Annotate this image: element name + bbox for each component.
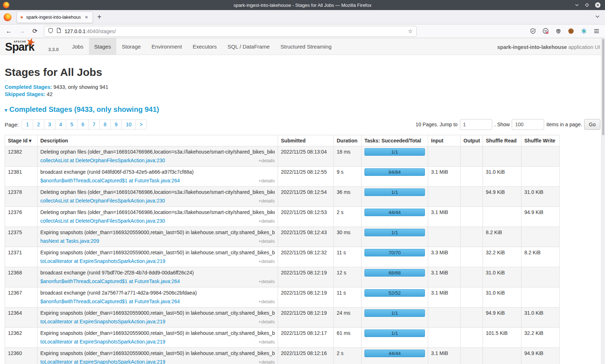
stage-callsite-link[interactable]: toLocalIterator at ExpireSnapshotsSparkA… xyxy=(40,338,165,345)
page-button-7[interactable]: 7 xyxy=(88,119,100,129)
nav-item-jobs[interactable]: Jobs xyxy=(67,38,89,55)
spark-navbar: APACHE Spark ★ 3.3.0 JobsStagesStorageEn… xyxy=(0,38,605,55)
firefox-icon[interactable] xyxy=(4,13,12,21)
duration-cell: 36 ms xyxy=(334,187,362,207)
details-toggle[interactable]: +details xyxy=(259,298,275,305)
ublock-shield-icon[interactable] xyxy=(556,28,561,34)
task-progress-bar: 84/84 xyxy=(364,168,425,176)
new-tab-button[interactable]: + xyxy=(93,13,106,21)
description-cell: Deleting orphan files (older_than=166910… xyxy=(37,187,278,207)
details-toggle[interactable]: +details xyxy=(259,278,275,285)
tab-close-icon[interactable]: ✕ xyxy=(83,14,90,21)
page-info-icon[interactable] xyxy=(57,28,61,35)
close-button[interactable] xyxy=(595,2,601,8)
stage-callsite-link[interactable]: toLocalIterator at ExpireSnapshotsSparkA… xyxy=(40,318,165,325)
page-scrollbar[interactable] xyxy=(601,38,605,364)
nav-item-stages[interactable]: Stages xyxy=(89,38,117,55)
page-button-8[interactable]: 8 xyxy=(99,119,111,129)
url-text[interactable]: 127.0.0.1:4040/stages/ xyxy=(64,28,405,34)
details-toggle[interactable]: +details xyxy=(259,318,275,326)
stages-table-body: 12382 Deleting orphan files (older_than=… xyxy=(5,146,560,364)
jump-to-page-input[interactable] xyxy=(460,119,492,130)
description-cell: Deleting orphan files (older_than=166910… xyxy=(37,146,278,167)
stage-callsite-link[interactable]: toLocalIterator at ExpireSnapshotsSparkA… xyxy=(40,258,165,265)
nav-item-structured-streaming[interactable]: Structured Streaming xyxy=(275,38,337,55)
stage-callsite-link[interactable]: $anonfun$withThreadLocalCaptured$1 at Fu… xyxy=(40,298,180,305)
back-button[interactable]: ← xyxy=(6,28,12,35)
page-button-5[interactable]: 5 xyxy=(66,119,77,129)
column-header-stage-id[interactable]: Stage Id ▾ xyxy=(5,135,37,146)
minimize-button[interactable] xyxy=(575,3,579,7)
bookmark-star-icon[interactable]: ☆ xyxy=(408,28,413,35)
nav-item-storage[interactable]: Storage xyxy=(116,38,146,55)
page-button-6[interactable]: 6 xyxy=(77,119,89,129)
output-cell xyxy=(461,207,483,227)
url-bar[interactable]: 127.0.0.1:4040/stages/ ☆ xyxy=(44,26,417,37)
page-button-2[interactable]: 2 xyxy=(33,119,44,129)
spark-logo[interactable]: APACHE Spark ★ xyxy=(5,38,48,55)
next-page-button[interactable]: > xyxy=(135,119,147,129)
stage-callsite-link[interactable]: toLocalIterator at ExpireSnapshotsSparkA… xyxy=(40,358,165,364)
description-cell: Expiring snapshots (older_than=166932055… xyxy=(37,227,278,247)
column-header-input[interactable]: Input xyxy=(428,135,461,146)
nav-item-environment[interactable]: Environment xyxy=(146,38,187,55)
stage-callsite-link[interactable]: $anonfun$withThreadLocalCaptured$1 at Fu… xyxy=(40,177,180,184)
details-toggle[interactable]: +details xyxy=(259,359,275,364)
column-header-description[interactable]: Description xyxy=(37,135,278,146)
page-button-1[interactable]: 1 xyxy=(22,119,33,129)
shield-icon[interactable] xyxy=(48,28,53,35)
column-header-duration[interactable]: Duration xyxy=(334,135,362,146)
output-cell xyxy=(461,187,483,207)
table-row: 12362 Expiring snapshots (older_than=166… xyxy=(5,328,560,348)
page-button-10[interactable]: 10 xyxy=(121,119,136,129)
skipped-stages-link[interactable]: Skipped Stages: xyxy=(5,91,45,97)
forward-button[interactable]: → xyxy=(19,28,25,35)
stage-callsite-link[interactable]: hasNext at Tasks.java:209 xyxy=(40,237,99,245)
details-toggle[interactable]: +details xyxy=(259,338,275,346)
items-per-page-input[interactable] xyxy=(512,119,544,130)
shield-check-icon[interactable] xyxy=(530,28,536,34)
details-toggle[interactable]: +details xyxy=(259,238,275,245)
output-cell xyxy=(461,167,483,187)
spark-version: 3.3.0 xyxy=(48,47,59,55)
completed-stages-section-toggle[interactable]: ▾Completed Stages (9433, only showing 94… xyxy=(5,105,600,114)
reload-button[interactable]: ⟳ xyxy=(32,27,37,35)
nav-item-sql-dataframe[interactable]: SQL / DataFrame xyxy=(222,38,275,55)
column-header-shuffle-read[interactable]: Shuffle Read xyxy=(483,135,521,146)
stages-table: Stage Id ▾DescriptionSubmittedDurationTa… xyxy=(5,135,560,364)
details-toggle[interactable]: +details xyxy=(259,177,275,185)
browser-tab[interactable]: ★ spark-ingest-into-lakehous ✕ xyxy=(17,12,93,23)
cookie-icon[interactable] xyxy=(568,28,574,34)
page-button-9[interactable]: 9 xyxy=(111,119,122,129)
details-toggle[interactable]: +details xyxy=(259,218,275,225)
task-progress-label: 1/1 xyxy=(391,230,398,235)
details-toggle[interactable]: +details xyxy=(259,197,275,205)
stage-callsite-link[interactable]: collectAsList at DeleteOrphanFilesSparkA… xyxy=(40,197,165,204)
stage-callsite-link[interactable]: $anonfun$withThreadLocalCaptured$1 at Fu… xyxy=(40,278,180,285)
scrollbar-thumb[interactable] xyxy=(602,39,604,135)
stage-callsite-link[interactable]: collectAsList at DeleteOrphanFilesSparkA… xyxy=(40,157,165,164)
go-button[interactable]: Go xyxy=(584,119,600,130)
shuffle-read-cell: 32.2 KiB xyxy=(483,247,521,267)
column-header-tasks-succeeded-total[interactable]: Tasks: Succeeded/Total xyxy=(362,135,428,146)
task-progress-bar: 68/68 xyxy=(364,269,425,277)
menu-button[interactable] xyxy=(594,29,599,33)
page-button-3[interactable]: 3 xyxy=(44,119,55,129)
stage-callsite-link[interactable]: collectAsList at DeleteOrphanFilesSparkA… xyxy=(40,217,165,224)
container-mask-icon[interactable] xyxy=(543,28,549,34)
asterisk-extension-icon[interactable] xyxy=(581,28,587,34)
duration-cell: 30 ms xyxy=(334,227,362,247)
tasks-cell: 1/1 xyxy=(362,328,428,348)
page-button-4[interactable]: 4 xyxy=(55,119,67,129)
completed-stages-link[interactable]: Completed Stages: xyxy=(5,84,52,90)
column-header-submitted[interactable]: Submitted xyxy=(278,135,334,146)
output-cell xyxy=(461,146,483,167)
list-tabs-icon[interactable] xyxy=(595,14,600,21)
maximize-button[interactable] xyxy=(585,3,589,7)
column-header-shuffle-write[interactable]: Shuffle Write xyxy=(521,135,560,146)
details-toggle[interactable]: +details xyxy=(259,157,275,164)
details-toggle[interactable]: +details xyxy=(259,258,275,265)
stage-description: Expiring snapshots (older_than=166932055… xyxy=(40,350,275,357)
nav-item-executors[interactable]: Executors xyxy=(187,38,222,55)
column-header-output[interactable]: Output xyxy=(461,135,483,146)
